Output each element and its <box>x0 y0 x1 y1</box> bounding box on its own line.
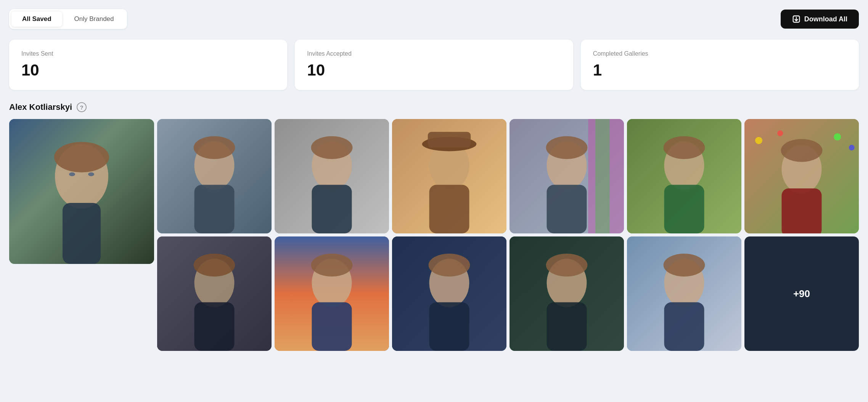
photo-p1[interactable] <box>157 119 272 233</box>
gallery-section: Alex Kotliarskyi ? <box>9 102 859 351</box>
svg-rect-50 <box>429 302 469 351</box>
photo-p4[interactable] <box>510 119 624 233</box>
svg-rect-46 <box>312 302 352 351</box>
photo-p5[interactable] <box>627 119 741 233</box>
svg-point-34 <box>834 133 841 141</box>
download-icon <box>792 15 800 23</box>
svg-point-6 <box>69 172 75 176</box>
help-icon[interactable]: ? <box>77 102 87 112</box>
svg-rect-30 <box>664 185 704 234</box>
svg-rect-11 <box>194 185 235 234</box>
svg-point-37 <box>781 139 823 162</box>
svg-rect-58 <box>664 302 704 351</box>
svg-point-49 <box>429 254 470 277</box>
photo-p2[interactable] <box>275 119 389 233</box>
tab-all-saved[interactable]: All Saved <box>11 11 62 27</box>
svg-rect-19 <box>428 132 471 148</box>
photo-p9[interactable] <box>392 236 506 351</box>
stat-value-invites-accepted: 10 <box>307 61 561 79</box>
photo-p7[interactable] <box>157 236 272 351</box>
gallery-title-row: Alex Kotliarskyi ? <box>9 102 859 112</box>
svg-point-14 <box>311 136 353 159</box>
photo-p11[interactable] <box>627 236 741 351</box>
svg-point-29 <box>664 136 705 159</box>
svg-rect-26 <box>547 185 587 234</box>
photo-p8[interactable] <box>275 236 389 351</box>
stat-label-completed-galleries: Completed Galleries <box>593 50 847 57</box>
svg-point-41 <box>194 254 235 277</box>
svg-rect-20 <box>429 185 469 234</box>
stat-value-invites-sent: 10 <box>21 61 275 79</box>
stats-row: Invites Sent 10 Invites Accepted 10 Comp… <box>9 40 859 90</box>
photo-grid: +90 <box>9 119 859 351</box>
top-bar: All Saved Only Branded Download All <box>9 9 859 29</box>
stat-card-invites-sent: Invites Sent 10 <box>9 40 287 90</box>
svg-point-33 <box>777 130 783 136</box>
overflow-count-label: +90 <box>793 288 810 300</box>
svg-rect-42 <box>194 302 235 351</box>
svg-rect-54 <box>547 302 587 351</box>
download-all-label: Download All <box>804 15 847 23</box>
photo-main[interactable] <box>9 119 154 264</box>
stat-card-completed-galleries: Completed Galleries 1 <box>581 40 859 90</box>
photo-p10[interactable] <box>510 236 624 351</box>
svg-rect-4 <box>63 203 101 264</box>
svg-point-57 <box>664 254 705 277</box>
svg-point-7 <box>88 172 94 176</box>
tab-only-branded[interactable]: Only Branded <box>64 11 125 27</box>
gallery-person-name: Alex Kotliarskyi <box>9 102 72 112</box>
svg-point-32 <box>755 137 762 144</box>
photo-p6[interactable] <box>744 119 859 233</box>
svg-rect-15 <box>312 185 352 234</box>
svg-point-35 <box>849 145 855 151</box>
photo-p3[interactable] <box>392 119 506 233</box>
svg-point-5 <box>54 142 109 172</box>
download-all-button[interactable]: Download All <box>781 10 859 29</box>
stat-label-invites-sent: Invites Sent <box>21 50 275 57</box>
svg-point-10 <box>194 136 235 159</box>
svg-point-53 <box>546 254 588 277</box>
svg-point-25 <box>546 136 588 159</box>
photo-overflow[interactable]: +90 <box>744 236 859 351</box>
svg-point-45 <box>311 254 353 277</box>
stat-label-invites-accepted: Invites Accepted <box>307 50 561 57</box>
svg-rect-38 <box>782 188 822 233</box>
stat-value-completed-galleries: 1 <box>593 61 847 79</box>
svg-rect-23 <box>595 119 610 233</box>
stat-card-invites-accepted: Invites Accepted 10 <box>295 40 573 90</box>
tab-group: All Saved Only Branded <box>9 9 127 29</box>
